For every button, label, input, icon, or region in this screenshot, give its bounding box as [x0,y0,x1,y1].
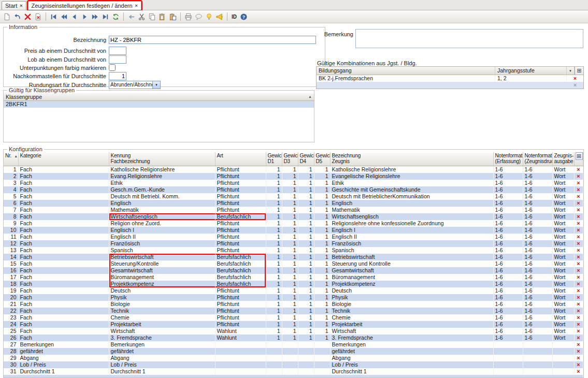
id-button[interactable]: ID [230,12,238,22]
announcement-horn-icon[interactable] [214,12,224,22]
table-row[interactable]: 18 Fach Projektkompetenz Berufsfachlich … [4,281,583,287]
column-header-jahrgangsstufe[interactable]: Jahrgangsstufe [495,67,567,75]
delete-row-icon[interactable]: × [574,254,583,260]
kombination-new-row[interactable]: × [317,82,583,89]
nav-fast-next-icon[interactable] [90,12,100,22]
table-row[interactable]: 28 gefährdet gefährdet gefährdet × [4,348,583,355]
col-header-art[interactable]: Art [215,152,266,166]
delete-row-icon[interactable]: × [574,173,583,180]
idea-bulb-icon[interactable] [204,12,214,22]
table-row[interactable]: 1 Fach Katholische Religionslehre Pflich… [4,166,583,173]
nav-first-icon[interactable] [49,12,59,22]
col-header-gewicht-d1[interactable]: GewichtD1 [266,152,282,166]
delete-row-icon[interactable]: × [574,281,583,287]
delete-row-icon[interactable]: × [574,328,583,335]
nav-fast-prev-icon[interactable] [59,12,69,22]
nav-next-icon[interactable] [80,12,90,22]
lob-input[interactable] [109,55,126,64]
paste-special-icon[interactable] [168,12,178,22]
col-header-nr[interactable]: Nr.▲ [4,152,18,166]
delete-row-icon[interactable]: × [574,314,583,321]
delete-row-icon[interactable]: × [574,227,583,234]
delete-row-icon[interactable]: × [574,361,583,368]
delete-row-icon[interactable]: × [574,247,583,254]
comment-icon[interactable] [194,12,204,22]
col-header-kennung[interactable]: KennungFachbezeichnung [109,152,215,166]
table-row[interactable]: 17 Fach Büromanagement Berufsfachlich 1 … [4,274,583,281]
delete-row-icon[interactable]: × [574,207,583,213]
table-row[interactable]: 13 Fach Spanisch Pflichtunt 1 1 1 1 Span… [4,247,583,254]
table-row[interactable]: 31 Durchschnitt 1 Durchschnitt 1 Durchsc… [4,368,583,375]
delete-row-icon[interactable]: × [574,220,583,227]
discard-changes-icon[interactable] [33,12,43,22]
klassengruppe-row[interactable]: 2BKFR1 [4,101,314,108]
new-record-icon[interactable] [2,12,12,22]
delete-row-icon[interactable]: × [574,301,583,308]
table-row[interactable]: 2 Fach Evang.Religionslehre Pflichtunt 1… [4,173,583,180]
col-header-kategorie[interactable]: Kategorie [18,152,109,166]
table-row[interactable]: 22 Fach Technik Pflichtunt 1 1 1 1 Techn… [4,308,583,314]
table-row[interactable]: 7 Fach Mathematik Pflichtunt 1 1 1 1 Mat… [4,207,583,213]
delete-row-icon[interactable]: × [574,321,583,328]
column-dropdown-icon[interactable]: ▼ [567,67,575,75]
nav-prev-icon[interactable] [69,12,79,22]
col-header-notenformat-zeugnisdruck[interactable]: Notenformat(Zeugnisdruck) [523,152,552,166]
delete-row-icon[interactable]: × [574,213,583,220]
bemerkung-textarea[interactable] [355,29,583,48]
column-header-bildungsgang[interactable]: Bildungsgang [317,67,495,75]
grid-options-button[interactable]: ⊞ [576,152,583,160]
table-row[interactable]: 26 Fach 3. Fremdsprache Wahlunt 1 1 1 1 … [4,335,583,341]
table-row[interactable]: 15 Fach Steuerung/Kontrolle Berufsfachli… [4,260,583,267]
delete-row-icon[interactable]: × [574,368,583,375]
table-row[interactable]: 20 Fach Physik Pflichtunt 1 1 1 1 Physik… [4,294,583,301]
table-row[interactable]: 5 Fach Deutsch mit Betriebl. Komm. Pflic… [4,193,583,200]
delete-row-icon[interactable]: × [574,287,583,294]
column-header-klassengruppe[interactable]: Klassengruppe ▲ [4,93,314,101]
print-icon[interactable] [183,12,193,22]
help-icon[interactable]: ? [239,12,249,22]
delete-row-icon[interactable]: × [574,308,583,314]
delete-row-icon[interactable]: × [574,234,583,240]
unterpunktungen-checkbox[interactable] [109,64,116,71]
table-row[interactable]: 11 Fach Englisch II Pflichtunt 1 1 1 1 E… [4,234,583,240]
paste-icon[interactable] [157,12,167,22]
refresh-icon[interactable] [111,12,121,22]
table-row[interactable]: 23 Fach Chemie Pflichtunt 1 1 1 1 Chemie… [4,314,583,321]
col-header-bezeichnung-zeugnis[interactable]: BezeichnungZeugnis [330,152,493,166]
table-row[interactable]: 16 Fach Gesamtwirtschaft Berufsfachlich … [4,267,583,274]
col-header-gewicht-d5[interactable]: GewichtD5 [314,152,330,166]
col-header-notenformat-erfassung[interactable]: Notenformat(Erfassung) [493,152,523,166]
delete-row-icon[interactable]: × [574,186,583,193]
tab-start[interactable]: Start × [2,1,26,10]
tab-close-icon[interactable]: × [135,3,138,8]
table-row[interactable]: 30 Lob / Preis Lob / Preis Lob / Preis × [4,361,583,368]
undo-icon[interactable] [12,12,22,22]
delete-row-icon[interactable]: × [574,260,583,267]
delete-row-icon[interactable]: × [574,274,583,281]
table-row[interactable]: 3 Fach Ethik Pflichtunt 1 1 1 1 Ethik 1-… [4,180,583,186]
table-row[interactable]: 25 Fach Wirtschaft Wahlunt 1 1 1 1 Wirts… [4,328,583,335]
table-row[interactable]: 8 Fach Wirtschaftsenglisch Berufsfachlic… [4,213,583,220]
delete-row-icon[interactable]: × [574,267,583,274]
table-row[interactable]: 21 Fach Biologie Pflichtunt 1 1 1 1 Biol… [4,301,583,308]
cut-icon[interactable] [137,12,147,22]
table-row[interactable]: 6 Fach Englisch Pflichtunt 1 1 1 1 Engli… [4,200,583,207]
delete-row-icon[interactable]: × [574,240,583,247]
copy-icon[interactable] [147,12,157,22]
delete-row-icon[interactable]: × [574,166,583,173]
table-row[interactable]: 4 Fach Gesch.m.Gem.-Kunde Pflichtunt 1 1… [4,186,583,193]
tab-zeugniseinstellungen[interactable]: Zeugniseinstellungen festlegen / ändern … [28,1,141,10]
table-row[interactable]: 14 Fach Betriebswirtschaft Berufsfachlic… [4,254,583,260]
col-header-gewicht-d3[interactable]: GewichtD3 [282,152,298,166]
delete-row-icon[interactable]: × [567,75,583,82]
col-header-gewicht-d4[interactable]: GewichtD4 [298,152,314,166]
delete-row-icon[interactable]: × [574,341,583,348]
bezeichnung-input[interactable] [109,36,316,44]
table-row[interactable]: 12 Fach Französisch Pflichtunt 1 1 1 1 F… [4,240,583,247]
table-row[interactable]: 9 Fach Religion ohne Zuord. Pflichtunt 1… [4,220,583,227]
delete-row-icon[interactable]: × [574,200,583,207]
col-header-zeugnisausgabe[interactable]: Zeugnis-ausgabe [552,152,574,166]
delete-row-icon[interactable]: × [574,348,583,355]
delete-row-icon[interactable]: × [574,355,583,361]
preis-input[interactable] [109,47,126,55]
